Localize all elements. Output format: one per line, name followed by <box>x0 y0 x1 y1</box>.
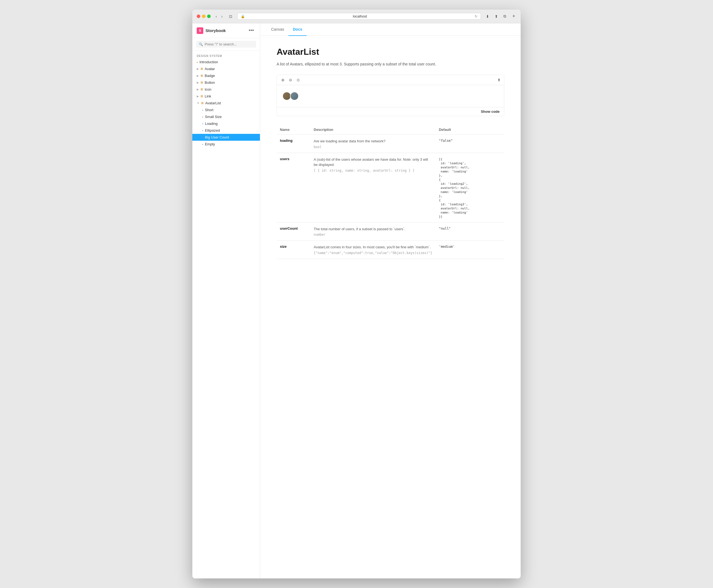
column-header-description: Description <box>310 125 436 135</box>
search-input-wrapper[interactable]: 🔍 <box>196 41 256 48</box>
sidebar-item-avatar[interactable]: ▶ ⊞ Avatar <box>192 65 260 72</box>
traffic-lights <box>197 15 211 18</box>
sidebar-child-label: Small Size <box>205 115 222 119</box>
prop-description: A (sub)-list of the users whose avatars … <box>314 157 432 168</box>
avatar-face-1 <box>283 92 290 100</box>
sidebar-item-link[interactable]: ▶ ⊞ Link <box>192 93 260 100</box>
prop-default: [{ id: 'loading', avatarUrl: null, name:… <box>439 158 470 218</box>
prop-type: bool <box>314 145 432 149</box>
forward-button[interactable]: › <box>220 14 224 19</box>
zoom-out-button[interactable]: ⊖ <box>288 77 293 83</box>
story-icon: ▪ <box>202 143 203 146</box>
top-nav: Canvas Docs <box>260 23 521 36</box>
prop-description: AvatarList comes in four sizes. In most … <box>314 245 432 250</box>
sidebar-toggle-button[interactable]: ⊡ <box>228 14 234 19</box>
tab-docs[interactable]: Docs <box>288 23 306 36</box>
story-toolbar: ⊕ ⊖ ⊙ ⬆ <box>277 75 504 85</box>
close-button[interactable] <box>197 15 200 18</box>
expand-icon: ▶ <box>197 95 199 98</box>
sidebar-item-label: Link <box>204 94 211 98</box>
story-icon: ▪ <box>202 136 203 139</box>
share-button[interactable]: ⬆ <box>493 14 500 19</box>
minimize-button[interactable] <box>202 15 206 18</box>
main-content: Canvas Docs AvatarList A list of Avatars… <box>260 23 521 579</box>
share-story-button[interactable]: ⬆ <box>497 78 501 82</box>
sidebar-item-label: Badge <box>204 74 215 78</box>
component-icon: ⊞ <box>200 81 203 84</box>
component-icon: ⊞ <box>201 101 203 105</box>
sidebar-item-ellipsized[interactable]: ▪ Ellipsized <box>192 127 260 134</box>
prop-default: "null" <box>439 227 451 230</box>
prop-name: size <box>280 245 307 249</box>
avatar-list-preview <box>282 92 299 101</box>
column-header-default: Default <box>436 125 504 135</box>
nav-buttons: ‹ › <box>214 14 224 19</box>
prop-description: The total number of users, if a subset i… <box>314 226 432 232</box>
address-bar: 🔒 localhost ↻ <box>237 13 481 20</box>
sidebar-item-label: Introduction <box>199 60 218 64</box>
story-icon: ▪ <box>202 129 203 132</box>
page-title: AvatarList <box>277 47 504 57</box>
table-row: userCount The total number of users, if … <box>277 222 504 240</box>
table-row: loading Are we loading avatar data from … <box>277 135 504 153</box>
props-table: Name Description Default loading A <box>277 125 504 259</box>
sidebar-item-short[interactable]: ▪ Short <box>192 106 260 113</box>
prop-name: users <box>280 157 307 161</box>
lock-icon: 🔒 <box>241 15 245 18</box>
show-code-button[interactable]: Show code <box>481 109 500 113</box>
table-row: users A (sub)-list of the users whose av… <box>277 153 504 222</box>
expand-icon: ▶ <box>197 67 199 70</box>
refresh-icon[interactable]: ↻ <box>475 15 477 18</box>
maximize-button[interactable] <box>207 15 211 18</box>
sidebar-child-label: Empty <box>205 142 215 146</box>
zoom-in-button[interactable]: ⊕ <box>280 77 286 83</box>
sidebar-item-label: Avatar <box>204 67 215 71</box>
tab-canvas[interactable]: Canvas <box>267 23 288 36</box>
show-code-section: Show code <box>277 107 504 116</box>
sidebar-item-loading[interactable]: ▪ Loading <box>192 120 260 127</box>
sidebar-item-button[interactable]: ▶ ⊞ Button <box>192 79 260 86</box>
sidebar-child-label: Big User Count <box>205 135 229 139</box>
story-canvas <box>277 85 504 107</box>
sidebar-item-label: AvatarList <box>205 101 221 105</box>
sidebar-item-avatarlist[interactable]: ▼ ⊞ AvatarList <box>192 100 260 106</box>
sidebar-item-icon[interactable]: ▶ ⊞ Icon <box>192 86 260 93</box>
prop-description: Are we loading avatar data from the netw… <box>314 139 432 144</box>
expand-icon: ▶ <box>197 88 199 91</box>
story-icon: ▪ <box>202 108 203 112</box>
sidebar-child-label: Loading <box>205 122 217 126</box>
sidebar-menu-button[interactable]: ••• <box>247 27 256 34</box>
expand-icon: ▼ <box>197 102 199 105</box>
intro-icon: ▪ <box>197 61 198 64</box>
sidebar-item-label: Icon <box>204 87 212 91</box>
prop-default: "false" <box>439 139 453 143</box>
story-icon: ▪ <box>202 122 203 125</box>
story-icon: ▪ <box>202 115 203 119</box>
download-button[interactable]: ⬇ <box>484 14 491 19</box>
expand-icon: ▶ <box>197 74 199 77</box>
back-button[interactable]: ‹ <box>214 14 219 19</box>
sidebar-items: DESIGN SYSTEM ▪ Introduction ▶ ⊞ Avatar … <box>192 51 260 149</box>
add-tab-button[interactable]: + <box>511 14 516 19</box>
prop-name: loading <box>280 139 307 143</box>
search-input[interactable] <box>204 42 253 46</box>
duplicate-button[interactable]: ⧉ <box>502 14 508 19</box>
page-description: A list of Avatars, ellipsized to at most… <box>277 61 504 67</box>
prop-name: userCount <box>280 226 307 230</box>
sidebar-item-badge[interactable]: ▶ ⊞ Badge <box>192 72 260 79</box>
browser-titlebar: ‹ › ⊡ 🔒 localhost ↻ ⬇ ⬆ ⧉ + <box>192 9 521 23</box>
zoom-reset-button[interactable]: ⊙ <box>296 77 301 83</box>
search-icon: 🔍 <box>199 42 203 46</box>
sidebar-item-small-size[interactable]: ▪ Small Size <box>192 113 260 120</box>
prop-default: 'medium' <box>439 245 455 249</box>
sidebar-item-label: Button <box>204 81 215 85</box>
prop-type: {"name":"enum","computed":true,"value":"… <box>314 251 432 255</box>
sidebar-item-empty[interactable]: ▪ Empty <box>192 141 260 148</box>
prop-type: number <box>314 233 432 236</box>
sidebar-item-big-user-count[interactable]: ▪ Big User Count <box>192 134 260 141</box>
component-icon: ⊞ <box>200 67 203 71</box>
sidebar: S Storybook ••• 🔍 DESIGN SYSTEM ▪ Introd… <box>192 23 260 579</box>
sidebar-item-introduction[interactable]: ▪ Introduction <box>192 59 260 65</box>
story-preview: ⊕ ⊖ ⊙ ⬆ <box>277 75 504 116</box>
url-display: localhost <box>247 14 473 18</box>
